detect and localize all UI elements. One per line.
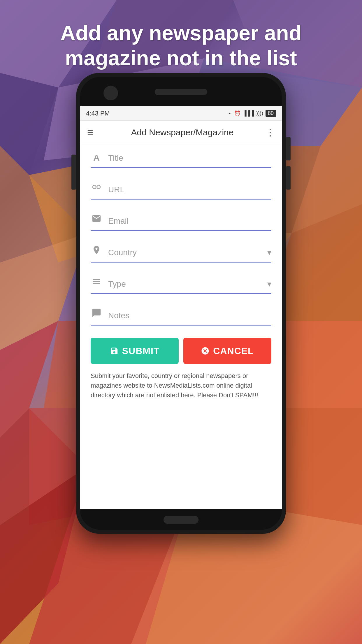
submit-label: SUBMIT <box>122 346 160 356</box>
title-field: A <box>91 144 271 168</box>
wifi-icon: )))) <box>256 110 263 116</box>
submit-icon <box>110 346 119 355</box>
cancel-label: CANCEL <box>213 346 254 356</box>
type-chevron-icon: ▾ <box>267 279 271 289</box>
overflow-menu-icon[interactable]: ⋮ <box>266 127 275 138</box>
app-title: Add Newspaper/Magazine <box>99 127 266 137</box>
signal-icon: ▐▐▐ <box>243 110 254 116</box>
footer-description: Submit your favorite, country or regiona… <box>91 371 271 406</box>
submit-button[interactable]: SUBMIT <box>91 338 179 364</box>
notes-field <box>91 299 271 326</box>
status-bar: 4:43 PM ··· ⏰ ▐▐▐ )))) 80 <box>80 106 282 121</box>
volume-up-button[interactable] <box>286 137 291 160</box>
email-icon <box>91 214 102 226</box>
title-input[interactable] <box>108 153 271 164</box>
notes-icon <box>91 308 102 320</box>
phone-inner: 4:43 PM ··· ⏰ ▐▐▐ )))) 80 ≡ Add Newspape… <box>80 77 282 530</box>
menu-icon[interactable]: ≡ <box>87 127 93 138</box>
status-icons: ··· ⏰ ▐▐▐ )))) 80 <box>227 110 276 117</box>
status-time: 4:43 PM <box>86 110 110 117</box>
app-bar: ≡ Add Newspaper/Magazine ⋮ <box>80 121 282 144</box>
home-button[interactable] <box>164 516 198 524</box>
cancel-icon <box>201 346 210 355</box>
link-icon <box>91 182 102 194</box>
title-icon: A <box>91 153 102 163</box>
volume-down-button[interactable] <box>286 166 291 190</box>
speaker <box>155 89 207 95</box>
email-input[interactable] <box>108 216 271 228</box>
type-icon <box>91 276 102 289</box>
action-buttons: SUBMIT CANCEL <box>91 331 271 371</box>
url-field <box>91 173 271 200</box>
url-input[interactable] <box>108 185 271 196</box>
cancel-button[interactable]: CANCEL <box>183 338 271 364</box>
battery-icon: 80 <box>266 110 276 117</box>
camera <box>103 86 118 100</box>
power-button[interactable] <box>71 155 76 190</box>
country-field[interactable]: Country ▾ <box>91 236 271 262</box>
phone-frame: 4:43 PM ··· ⏰ ▐▐▐ )))) 80 ≡ Add Newspape… <box>76 73 286 534</box>
form-content: A <box>80 144 282 509</box>
notification-icon: ··· <box>227 110 232 116</box>
location-icon <box>91 245 102 257</box>
phone-screen: 4:43 PM ··· ⏰ ▐▐▐ )))) 80 ≡ Add Newspape… <box>80 106 282 509</box>
country-chevron-icon: ▾ <box>267 248 271 257</box>
country-placeholder: Country <box>108 248 267 259</box>
notes-input[interactable] <box>108 311 271 322</box>
email-field <box>91 205 271 231</box>
type-field[interactable]: Type ▾ <box>91 268 271 294</box>
page-header: Add any newspaper and magazine not in th… <box>0 20 362 71</box>
type-placeholder: Type <box>108 279 267 290</box>
alarm-icon: ⏰ <box>234 110 240 117</box>
